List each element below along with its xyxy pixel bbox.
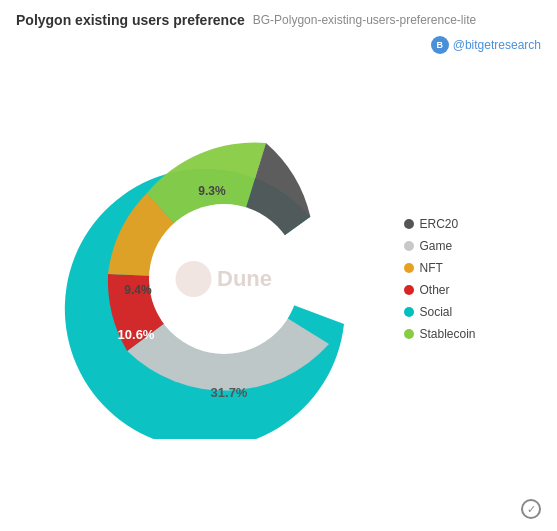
legend-item: Game — [404, 239, 494, 253]
author-badge: B @bitgetresearch — [431, 36, 541, 54]
donut-svg: 36.4% 31.7% 10.6% 9.4% 9.3% — [64, 119, 384, 439]
label-stablecoin: 9.3% — [198, 184, 226, 198]
legend-label: Stablecoin — [420, 327, 476, 341]
legend-label: ERC20 — [420, 217, 459, 231]
chart-container: 36.4% 31.7% 10.6% 9.4% 9.3% Dune ERC20Ga… — [16, 62, 541, 495]
legend-label: Game — [420, 239, 453, 253]
legend-item: Stablecoin — [404, 327, 494, 341]
label-game: 31.7% — [210, 385, 247, 400]
donut-hole — [149, 204, 299, 354]
label-social: 36.4% — [267, 255, 304, 270]
chart-legend: ERC20GameNFTOtherSocialStablecoin — [404, 217, 494, 341]
legend-item: Social — [404, 305, 494, 319]
chart-title: Polygon existing users preference — [16, 12, 245, 28]
legend-label: Social — [420, 305, 453, 319]
legend-label: NFT — [420, 261, 443, 275]
legend-dot — [404, 329, 414, 339]
checkmark-icon: ✓ — [521, 499, 541, 519]
legend-item: Other — [404, 283, 494, 297]
legend-label: Other — [420, 283, 450, 297]
footer: ✓ — [16, 499, 541, 519]
legend-dot — [404, 219, 414, 229]
legend-item: ERC20 — [404, 217, 494, 231]
label-nft: 9.4% — [124, 283, 152, 297]
donut-chart: 36.4% 31.7% 10.6% 9.4% 9.3% Dune — [64, 119, 384, 439]
legend-dot — [404, 263, 414, 273]
legend-dot — [404, 307, 414, 317]
author-icon: B — [431, 36, 449, 54]
legend-item: NFT — [404, 261, 494, 275]
legend-dot — [404, 241, 414, 251]
legend-dot — [404, 285, 414, 295]
author-text: @bitgetresearch — [453, 38, 541, 52]
chart-header: Polygon existing users preference BG-Pol… — [16, 12, 541, 54]
chart-subtitle: BG-Polygon-existing-users-preference-lit… — [253, 13, 476, 27]
label-other: 10.6% — [117, 327, 154, 342]
